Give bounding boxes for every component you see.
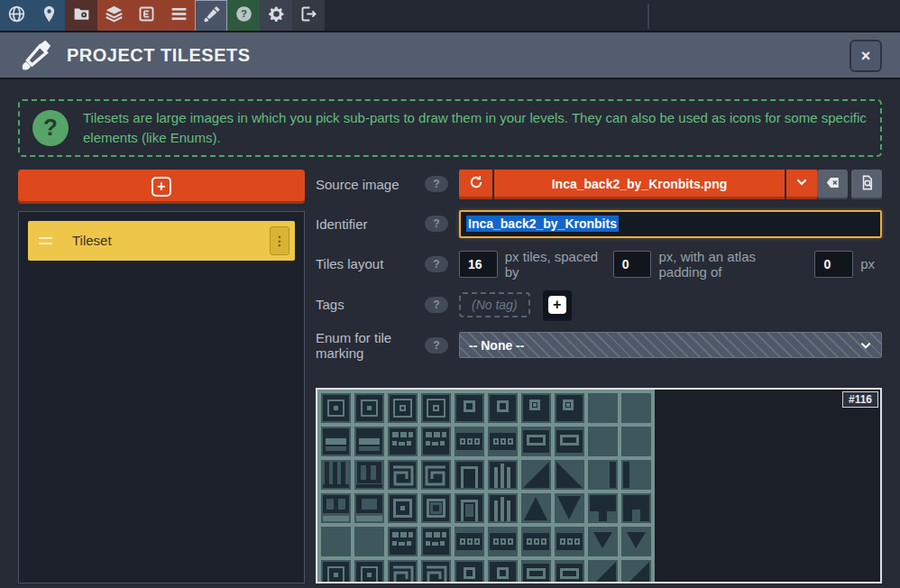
refresh-icon	[468, 174, 484, 194]
source-image-dropdown-button[interactable]	[786, 170, 817, 199]
tags-row: Tags ? (No tag) +	[316, 290, 882, 319]
toolbar-separator	[647, 4, 649, 29]
help-badge[interactable]: ?	[425, 297, 448, 313]
enum-marking-select[interactable]: -- None --	[459, 332, 882, 358]
svg-text:?: ?	[241, 8, 247, 19]
tiles-layout-label: Tiles layout	[316, 256, 383, 271]
tags-label: Tags	[316, 297, 344, 312]
enum-marking-label: Enum for tile marking	[316, 330, 425, 361]
identifier-selected-text: Inca_back2_by_Kronbits	[466, 216, 619, 232]
main-toolbar: ?	[0, 0, 900, 32]
tile-count-badge: #116	[842, 391, 878, 408]
identifier-row: Identifier ? Inca_back2_by_Kronbits	[316, 210, 882, 238]
question-icon: ?	[234, 5, 253, 27]
help-badge[interactable]: ?	[425, 337, 448, 354]
tileset-list: Tileset ⋮	[18, 211, 305, 583]
enum-marking-row: Enum for tile marking ? -- None --	[316, 330, 882, 361]
identifier-label: Identifier	[316, 216, 368, 232]
entity-icon	[137, 5, 156, 27]
help-box: ? Tilesets are large images in which you…	[18, 99, 882, 157]
entities-button[interactable]	[130, 0, 162, 31]
source-image-path-button[interactable]: Inca_back2_by_Kronbits.png	[494, 170, 785, 199]
world-button[interactable]	[0, 0, 32, 31]
tileset-form: Source image ? Inca_back2_by_Kronbits.pn…	[316, 170, 882, 583]
settings-button[interactable]	[260, 0, 292, 31]
chevron-down-icon	[859, 339, 872, 352]
project-settings-button[interactable]	[65, 0, 97, 31]
map-pin-icon	[40, 5, 59, 27]
main-content: + Tileset ⋮ Source image ?	[0, 170, 900, 583]
exit-icon	[299, 5, 318, 27]
panel-header: PROJECT TILESETS ×	[0, 32, 900, 79]
layers-icon	[105, 5, 124, 27]
tilesets-button[interactable]	[195, 0, 227, 31]
tileset-preview[interactable]: #116	[316, 388, 882, 583]
tileset-preview-canvas[interactable]	[317, 390, 655, 583]
chevron-down-icon	[794, 175, 809, 193]
add-tileset-button[interactable]: +	[18, 170, 305, 204]
file-search-icon	[859, 174, 876, 195]
plus-icon: +	[152, 177, 171, 197]
vertical-dots-icon: ⋮	[273, 234, 286, 248]
tiles-layout-text: px	[860, 256, 875, 271]
folder-gear-icon	[72, 5, 91, 27]
locate-file-button[interactable]	[851, 170, 882, 199]
tile-size-input[interactable]: 16	[459, 251, 498, 278]
add-tag-button[interactable]: +	[543, 290, 572, 319]
no-tag-placeholder: (No tag)	[459, 292, 530, 317]
identifier-input[interactable]: Inca_back2_by_Kronbits	[459, 210, 882, 238]
help-button[interactable]: ?	[227, 0, 260, 31]
levels-button[interactable]	[32, 0, 65, 31]
plus-icon: +	[548, 296, 566, 314]
backspace-clear-icon	[824, 174, 841, 195]
question-circle-icon: ?	[32, 110, 69, 146]
tiles-layout-text: px, with an atlas padding of	[658, 249, 807, 280]
paintbrush-icon	[202, 5, 221, 27]
page-title: PROJECT TILESETS	[67, 45, 251, 66]
close-button[interactable]: ×	[849, 40, 882, 72]
tileset-list-item[interactable]: Tileset ⋮	[28, 221, 295, 261]
tileset-item-label: Tileset	[72, 233, 270, 248]
source-image-row: Source image ? Inca_back2_by_Kronbits.pn…	[316, 170, 882, 199]
close-icon: ×	[861, 47, 871, 66]
paintbrush-title-icon	[18, 37, 54, 73]
help-badge[interactable]: ?	[425, 176, 448, 192]
tiles-layout-text: px tiles, spaced by	[505, 249, 606, 280]
help-text: Tilesets are large images in which you p…	[83, 108, 868, 148]
atlas-padding-input[interactable]: 0	[814, 251, 853, 278]
gear-icon	[267, 5, 286, 27]
item-menu-button[interactable]: ⋮	[270, 226, 289, 255]
tiles-layout-row: Tiles layout ? 16 px tiles, spaced by 0 …	[316, 249, 882, 280]
globe-icon	[7, 5, 26, 27]
exit-button[interactable]	[292, 0, 325, 31]
clear-image-button[interactable]	[817, 170, 848, 199]
drag-handle-icon[interactable]	[39, 237, 52, 244]
enums-button[interactable]	[162, 0, 195, 31]
enum-selected-value: -- None --	[469, 338, 524, 353]
tileset-list-panel: + Tileset ⋮	[18, 170, 305, 583]
list-icon	[170, 5, 188, 27]
help-badge[interactable]: ?	[425, 216, 448, 232]
source-image-label: Source image	[316, 177, 399, 192]
tile-spacing-input[interactable]: 0	[613, 251, 652, 278]
layers-button[interactable]	[97, 0, 130, 31]
reload-image-button[interactable]	[459, 170, 492, 199]
help-badge[interactable]: ?	[425, 256, 448, 272]
